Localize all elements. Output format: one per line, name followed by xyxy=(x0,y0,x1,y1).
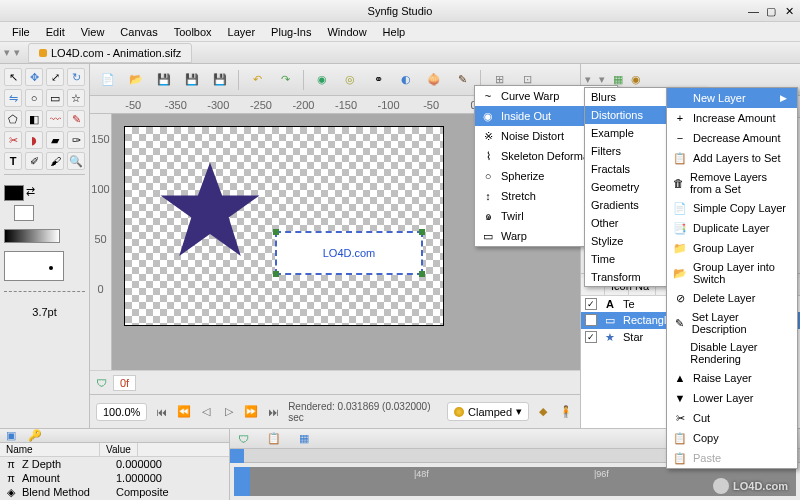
timeline-track[interactable]: |48f |96f xyxy=(234,467,796,496)
canvas[interactable]: LO4D.com xyxy=(124,126,444,326)
render-button[interactable]: ◉ xyxy=(310,68,334,92)
close-button[interactable]: ✕ xyxy=(784,6,794,16)
save-as-button[interactable]: 💾 xyxy=(180,68,204,92)
brush-button[interactable]: ✎ xyxy=(450,68,474,92)
menu-item[interactable]: Disable Layer Rendering xyxy=(667,338,797,368)
tool-rectangle[interactable]: ▭ xyxy=(46,89,64,107)
menu-layer[interactable]: Layer xyxy=(222,24,262,40)
menu-canvas[interactable]: Canvas xyxy=(114,24,163,40)
layer-visible-checkbox[interactable]: ✓ xyxy=(585,331,597,343)
new-file-button[interactable]: 📄 xyxy=(96,68,120,92)
rectangle-text-layer[interactable]: LO4D.com xyxy=(275,231,423,275)
tool-star[interactable]: ☆ xyxy=(67,89,85,107)
brush-preview[interactable] xyxy=(4,251,64,281)
tool-gradient[interactable]: ◧ xyxy=(25,110,43,128)
tool-sketch[interactable]: ✐ xyxy=(25,152,43,170)
tool-fill[interactable]: ▰ xyxy=(46,131,64,149)
tool-draw[interactable]: ✎ xyxy=(67,110,85,128)
seek-next-button[interactable]: ⏩ xyxy=(243,403,259,421)
tool-mirror[interactable]: ⇋ xyxy=(4,89,22,107)
layer-visible-checkbox[interactable]: ✓ xyxy=(585,314,597,326)
save-all-button[interactable]: 💾 xyxy=(208,68,232,92)
param-row[interactable]: ◈Blend MethodComposite xyxy=(0,485,229,500)
frame-display[interactable]: 0f xyxy=(113,375,136,391)
menu-item[interactable]: ✎Set Layer Description xyxy=(667,308,797,338)
outline-color-swatch[interactable] xyxy=(4,185,24,201)
redo-button[interactable]: ↷ xyxy=(273,68,297,92)
tool-text[interactable]: T xyxy=(4,152,22,170)
menu-item[interactable]: 📂Group Layer into Switch xyxy=(667,258,797,288)
play-back-button[interactable]: ◁ xyxy=(198,403,214,421)
history-icon[interactable]: ◉ xyxy=(631,73,641,86)
menu-edit[interactable]: Edit xyxy=(40,24,71,40)
shield-icon[interactable]: 🛡 xyxy=(96,377,107,389)
swap-colors-icon[interactable]: ⇄ xyxy=(26,185,35,201)
tool-scale[interactable]: ⤢ xyxy=(46,68,64,86)
save-button[interactable]: 💾 xyxy=(152,68,176,92)
open-file-button[interactable]: 📂 xyxy=(124,68,148,92)
menu-item[interactable]: +Increase Amount xyxy=(667,108,797,128)
menu-item[interactable]: −Decrease Amount xyxy=(667,128,797,148)
tool-polygon[interactable]: ⬠ xyxy=(4,110,22,128)
tool-eyedrop[interactable]: ✑ xyxy=(67,131,85,149)
star-shape[interactable] xyxy=(155,157,265,267)
handle-bl[interactable] xyxy=(273,271,279,277)
menu-item[interactable]: ⊘Delete Layer xyxy=(667,288,797,308)
preview-button[interactable]: ◎ xyxy=(338,68,362,92)
seek-end-button[interactable]: ⏭ xyxy=(266,403,282,421)
menu-item[interactable]: 📋Add Layers to Set xyxy=(667,148,797,168)
menu-item[interactable]: ✂Cut xyxy=(667,408,797,428)
param-row[interactable]: πZ Depth0.000000 xyxy=(0,457,229,471)
undo-button[interactable]: ↶ xyxy=(245,68,269,92)
gradient-swatch[interactable] xyxy=(4,229,60,243)
tool-brush[interactable]: 🖌 xyxy=(46,152,64,170)
play-button[interactable]: ▷ xyxy=(221,403,237,421)
options-button[interactable]: ⚭ xyxy=(366,68,390,92)
timeline-icon-1[interactable]: 🛡 xyxy=(238,433,249,445)
seek-prev-button[interactable]: ⏪ xyxy=(176,403,192,421)
minimize-button[interactable]: — xyxy=(748,6,758,16)
document-tab[interactable]: LO4D.com - Animation.sifz xyxy=(28,43,192,63)
handle-br[interactable] xyxy=(419,271,425,277)
zoom-level[interactable]: 100.0% xyxy=(96,403,147,421)
menu-item[interactable]: 📋Copy xyxy=(667,428,797,448)
handle-tl[interactable] xyxy=(273,229,279,235)
timeline-icon-2[interactable]: 📋 xyxy=(267,432,281,445)
menu-item[interactable]: ▲Raise Layer xyxy=(667,368,797,388)
menu-item[interactable]: 📁Group Layer xyxy=(667,238,797,258)
params-col-name[interactable]: Name xyxy=(0,443,100,456)
tool-transform[interactable]: ↖ xyxy=(4,68,22,86)
seek-start-button[interactable]: ⏮ xyxy=(153,403,169,421)
timeline-cursor[interactable] xyxy=(234,467,250,496)
tab-caret-left[interactable]: ▾ xyxy=(4,46,10,59)
tool-zoom[interactable]: 🔍 xyxy=(67,152,85,170)
menu-toolbox[interactable]: Toolbox xyxy=(168,24,218,40)
menu-item[interactable]: 🗑Remove Layers from a Set xyxy=(667,168,797,198)
onion-button[interactable]: 🧅 xyxy=(422,68,446,92)
tool-circle[interactable]: ○ xyxy=(25,89,43,107)
menu-item[interactable]: 📑Duplicate Layer xyxy=(667,218,797,238)
maximize-button[interactable]: ▢ xyxy=(766,6,776,16)
tool-smooth-move[interactable]: ✥ xyxy=(25,68,43,86)
tool-rotate[interactable]: ↻ xyxy=(67,68,85,86)
params-tab-icon[interactable]: ▣ xyxy=(6,429,16,442)
menu-item[interactable]: New Layer▶ xyxy=(667,88,797,108)
tab-caret-right[interactable]: ▾ xyxy=(14,46,20,59)
menu-help[interactable]: Help xyxy=(377,24,412,40)
animate-button[interactable]: 🧍 xyxy=(558,403,574,421)
tool-width[interactable]: ◗ xyxy=(25,131,43,149)
menu-plugins[interactable]: Plug-Ins xyxy=(265,24,317,40)
tool-cutout[interactable]: ✂ xyxy=(4,131,22,149)
menu-view[interactable]: View xyxy=(75,24,111,40)
menu-item[interactable]: 📄Simple Copy Layer xyxy=(667,198,797,218)
toggle-button[interactable]: ◐ xyxy=(394,68,418,92)
fill-color-swatch[interactable] xyxy=(14,205,34,221)
clamped-dropdown[interactable]: Clamped ▾ xyxy=(447,402,529,421)
menu-window[interactable]: Window xyxy=(321,24,372,40)
param-row[interactable]: πAmount1.000000 xyxy=(0,471,229,485)
menu-item[interactable]: ▼Lower Layer xyxy=(667,388,797,408)
params-col-value[interactable]: Value xyxy=(100,443,138,456)
timeline-icon-3[interactable]: ▦ xyxy=(299,432,309,445)
layer-visible-checkbox[interactable]: ✓ xyxy=(585,298,597,310)
handle-tr[interactable] xyxy=(419,229,425,235)
